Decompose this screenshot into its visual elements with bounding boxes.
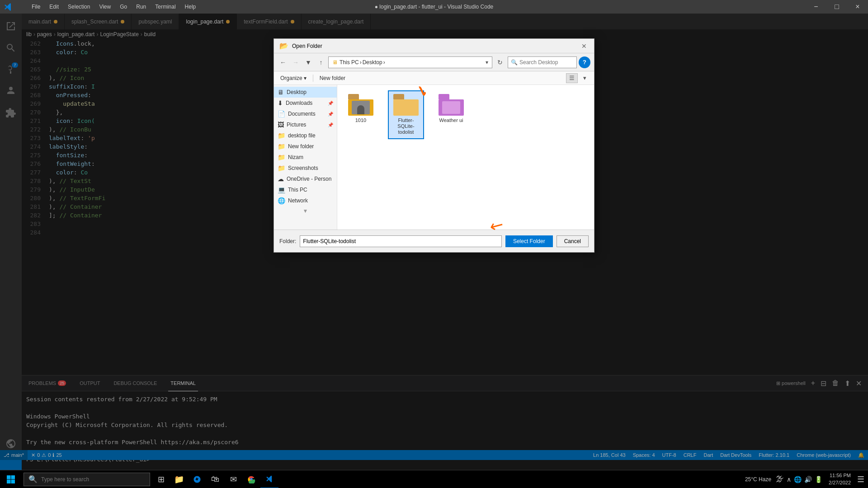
menu-run[interactable]: Run: [132, 0, 151, 14]
edge-icon: [193, 475, 201, 483]
sidebar-item-desktop-file[interactable]: 📁 desktop file: [274, 130, 337, 141]
dialog-title-bar: 📂 Open Folder ✕: [274, 39, 594, 53]
scroll-down-arrow[interactable]: ▼: [274, 208, 337, 214]
dialog-body: 🖥 Desktop ⬇ Downloads 📌 📄 Documents 📌 🖼 …: [274, 85, 594, 230]
sidebar-item-this-pc[interactable]: 💻 This PC: [274, 184, 337, 195]
file-item-flutter-sqliteodolist[interactable]: ✓ Flutter-SQLite-todolist: [388, 90, 424, 139]
sidebar-item-nizam[interactable]: 📁 Nizam: [274, 152, 337, 163]
address-bar[interactable]: 🖥 This PC › Desktop › ▾: [328, 56, 492, 68]
mail-taskbar[interactable]: ✉: [224, 470, 242, 488]
search-input[interactable]: [519, 59, 574, 66]
window-title: ● login_page.dart - flutter_ui - Visual …: [375, 4, 494, 10]
help-button[interactable]: ?: [579, 56, 590, 68]
chrome-icon: [247, 475, 255, 483]
menu-help[interactable]: Help: [180, 0, 201, 14]
menu-view[interactable]: View: [94, 0, 115, 14]
network-icon[interactable]: 🌐: [794, 476, 802, 483]
notification-center[interactable]: ☰: [857, 474, 864, 484]
file-name-flutter: Flutter-SQLite-todolist: [392, 117, 420, 136]
pin-icon: 📌: [328, 101, 333, 106]
menu-bar: File Edit Selection View Go Run Terminal…: [27, 0, 200, 14]
system-clock[interactable]: 11:56 PM 2/27/2022: [825, 472, 854, 486]
search-icon: 🔍: [28, 475, 38, 483]
dialog-title-icon: 📂: [279, 42, 288, 50]
taskbar-search-input[interactable]: [41, 476, 132, 483]
open-folder-dialog: 📂 Open Folder ✕ ← → ▼ ↑ 🖥 This PC › Desk…: [274, 38, 594, 253]
vscode-taskbar-icon: [265, 475, 274, 483]
view-toggle: ☰ ▾: [566, 73, 590, 83]
sidebar-item-network[interactable]: 🌐 Network: [274, 195, 337, 206]
system-tray: 25°C Haze 🌫 ∧ 🌐 🔊 🔋 11:56 PM 2/27/2022 ☰: [745, 472, 868, 486]
list-view-button[interactable]: ☰: [566, 73, 578, 83]
sidebar-item-onedrive[interactable]: ☁ OneDrive - Person: [274, 174, 337, 184]
menu-edit[interactable]: Edit: [45, 0, 63, 14]
volume-icon[interactable]: 🔊: [804, 476, 812, 483]
sidebar-item-pictures[interactable]: 🖼 Pictures 📌: [274, 119, 337, 130]
title-bar: File Edit Selection View Go Run Terminal…: [0, 0, 868, 14]
menu-terminal[interactable]: Terminal: [151, 0, 180, 14]
network-icon: 🌐: [278, 197, 285, 204]
refresh-button[interactable]: ↻: [494, 56, 506, 68]
sidebar-item-new-folder[interactable]: 📁 New folder: [274, 141, 337, 152]
nav-up-button[interactable]: ↑: [316, 57, 326, 68]
address-dropdown-button[interactable]: ▾: [486, 59, 488, 66]
pictures-icon: 🖼: [278, 121, 284, 128]
nav-back-button[interactable]: ←: [278, 57, 288, 68]
weather-icon: 🌫: [776, 474, 784, 484]
sidebar-item-desktop[interactable]: 🖥 Desktop: [274, 87, 337, 98]
onedrive-icon: ☁: [278, 175, 284, 183]
task-view-button[interactable]: ⊞: [152, 470, 170, 488]
search-bar[interactable]: 🔍: [508, 56, 577, 68]
details-view-button[interactable]: ▾: [579, 73, 590, 83]
nav-recent-button[interactable]: ▼: [303, 57, 314, 68]
menu-file[interactable]: File: [27, 0, 45, 14]
search-icon: 🔍: [511, 59, 518, 66]
select-folder-button[interactable]: Select Folder: [505, 235, 553, 247]
folder-icon: 📁: [278, 154, 285, 161]
folder-thumbnail-weather: [439, 94, 464, 116]
file-explorer-taskbar[interactable]: 📁: [170, 470, 188, 488]
menu-selection[interactable]: Selection: [63, 0, 94, 14]
dialog-toolbar: Organize ▾ New folder ☰ ▾: [274, 71, 594, 85]
folder-input[interactable]: [300, 235, 502, 247]
file-name-weather: Weather ui: [439, 117, 463, 123]
chrome-taskbar[interactable]: [242, 470, 260, 488]
dialog-nav-bar: ← → ▼ ↑ 🖥 This PC › Desktop › ▾ ↻ 🔍 ?: [274, 53, 594, 71]
organize-button[interactable]: Organize ▾: [278, 74, 309, 82]
cancel-button[interactable]: Cancel: [557, 235, 589, 247]
dialog-sidebar: 🖥 Desktop ⬇ Downloads 📌 📄 Documents 📌 🖼 …: [274, 85, 337, 230]
file-item-1010[interactable]: 1010: [343, 90, 379, 139]
folder-icon: 📁: [278, 143, 285, 150]
taskbar-search[interactable]: 🔍: [24, 473, 150, 486]
close-button[interactable]: ×: [847, 0, 868, 14]
windows-logo-icon: [7, 475, 15, 483]
edge-taskbar[interactable]: [188, 470, 206, 488]
downloads-icon: ⬇: [278, 99, 283, 107]
dialog-close-button[interactable]: ✕: [580, 42, 589, 51]
menu-go[interactable]: Go: [115, 0, 132, 14]
minimize-button[interactable]: −: [806, 0, 826, 14]
file-name-1010: 1010: [355, 117, 366, 123]
show-hidden-icons[interactable]: ∧: [787, 476, 791, 483]
vscode-taskbar[interactable]: [260, 470, 278, 488]
store-taskbar[interactable]: 🛍: [206, 470, 224, 488]
dialog-overlay: 📂 Open Folder ✕ ← → ▼ ↑ 🖥 This PC › Desk…: [0, 14, 868, 488]
pin-icon: 📌: [328, 122, 333, 127]
sidebar-item-downloads[interactable]: ⬇ Downloads 📌: [274, 98, 337, 108]
windows-taskbar: 🔍 ⊞ 📁 🛍 ✉ 25°C Haze 🌫 ∧ 🌐 🔊 🔋 11:56 PM: [0, 470, 868, 488]
file-item-weather-ui[interactable]: Weather ui: [433, 90, 469, 139]
start-button[interactable]: [0, 470, 22, 488]
folder-label: Folder:: [279, 238, 296, 244]
dialog-files-area[interactable]: 1010 ✓ Flutter-SQLite-todolist: [337, 85, 594, 230]
dialog-title-text: Open Folder: [292, 43, 322, 49]
address-breadcrumb: This PC › Desktop ›: [340, 59, 385, 66]
folder-thumbnail-1010: [348, 94, 373, 116]
toolbar-separator: [313, 75, 313, 82]
sidebar-item-documents[interactable]: 📄 Documents 📌: [274, 108, 337, 119]
battery-icon[interactable]: 🔋: [815, 476, 822, 483]
new-folder-button[interactable]: New folder: [317, 74, 348, 82]
folder-icon: 📁: [278, 132, 285, 139]
sidebar-item-screenshots[interactable]: 📁 Screenshots: [274, 163, 337, 174]
nav-forward-button[interactable]: →: [290, 57, 301, 68]
maximize-button[interactable]: □: [826, 0, 847, 14]
